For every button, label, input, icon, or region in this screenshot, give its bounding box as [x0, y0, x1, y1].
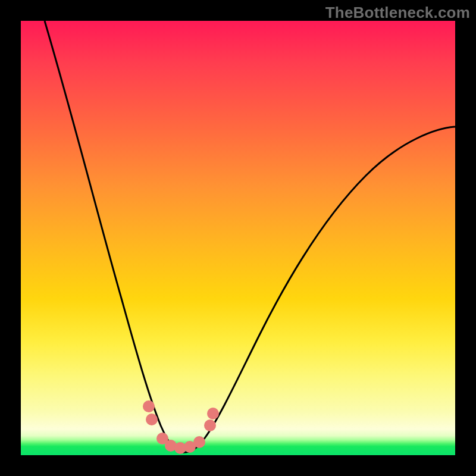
svg-point-1	[146, 414, 158, 425]
svg-point-8	[207, 408, 219, 419]
watermark-text: TheBottleneck.com	[325, 4, 470, 22]
plot-area	[21, 21, 455, 455]
svg-point-0	[143, 400, 155, 412]
highlight-points	[143, 400, 219, 454]
svg-point-6	[193, 436, 205, 448]
chart-frame: TheBottleneck.com	[0, 0, 476, 476]
bottleneck-curve	[45, 21, 455, 452]
svg-point-7	[204, 419, 216, 431]
curve-layer	[21, 21, 455, 455]
